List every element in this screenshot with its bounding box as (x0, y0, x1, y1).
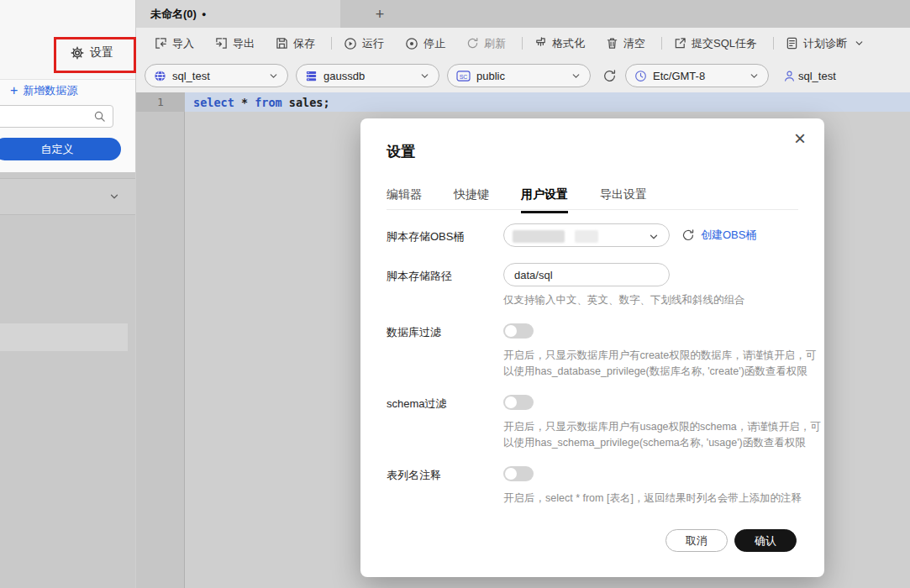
connection-value: sql_test (172, 70, 262, 82)
submit-sql-task-button[interactable]: 提交SQL任务 (674, 36, 757, 51)
datasource-search-box (0, 105, 113, 128)
unsaved-dot-icon: ● (202, 10, 206, 18)
schema-value: public (476, 70, 565, 82)
timezone-select[interactable]: Etc/GMT-8 (625, 64, 769, 87)
script-path-hint: 仅支持输入中文、英文、数字、下划线和斜线的组合 (503, 292, 824, 308)
plan-diagnosis-label: 计划诊断 (803, 36, 847, 51)
format-brush-icon (534, 37, 547, 50)
user-icon (783, 70, 796, 82)
toolbar-separator (522, 37, 523, 50)
toolbar-separator (773, 37, 774, 50)
refresh-icon (466, 37, 479, 50)
modal-title: 设置 (387, 142, 415, 161)
redacted-value (513, 230, 565, 243)
schema-filter-hint: 开启后，只显示数据库用户有usage权限的schema，请谨慎开启，可以使用ha… (503, 419, 824, 451)
database-connection-icon (154, 70, 166, 82)
chevron-down-icon (419, 71, 430, 81)
sidebar-header: 设置 (0, 0, 135, 80)
script-path-input[interactable] (503, 263, 670, 286)
col-comment-toggle[interactable] (503, 466, 534, 481)
schema-badge-icon: SC (456, 70, 471, 82)
refresh-label: 刷新 (484, 36, 506, 51)
editor-tab-strip: 未命名(0) ● + (136, 0, 910, 28)
export-icon (215, 37, 228, 50)
db-filter-toggle[interactable] (503, 323, 534, 339)
db-filter-label: 数据库过滤 (387, 323, 503, 340)
chevron-down-icon (268, 71, 279, 81)
cancel-button[interactable]: 取消 (665, 529, 728, 552)
database-value: gaussdb (323, 70, 413, 82)
clear-label: 清空 (623, 36, 645, 51)
connection-select[interactable]: sql_test (145, 64, 288, 87)
plan-diagnosis-button[interactable]: 计划诊断 (786, 36, 865, 51)
col-comment-row: 表列名注释 (387, 466, 534, 483)
schema-filter-label: schema过滤 (387, 395, 503, 412)
line-number-gutter (136, 92, 185, 588)
col-comment-hint: 开启后，select * from [表名]，返回结果时列名会带上添加的注释 (503, 491, 824, 507)
user-name: sql_test (798, 70, 836, 82)
clock-icon (634, 70, 647, 82)
search-input[interactable] (3, 106, 82, 127)
sidebar-dimmed-area (0, 172, 135, 588)
search-icon (93, 110, 106, 123)
toggle-knob (505, 468, 517, 480)
db-filter-row: 数据库过滤 (387, 323, 534, 340)
database-select[interactable]: gaussdb (296, 64, 439, 87)
refresh-button[interactable]: 刷新 (466, 36, 506, 51)
chevron-down-icon (854, 38, 865, 49)
gear-icon (71, 46, 84, 60)
col-comment-label: 表列名注释 (387, 466, 503, 483)
new-tab-button[interactable]: + (369, 3, 391, 25)
toolbar-separator (331, 37, 332, 50)
create-obs-bucket-link[interactable]: 创建OBS桶 (701, 228, 756, 243)
sidebar-list-item[interactable] (0, 323, 128, 351)
add-datasource-label: 新增数据源 (23, 83, 77, 98)
schema-select[interactable]: SC public (447, 64, 591, 87)
tab-label: 未命名(0) (150, 7, 197, 22)
confirm-button[interactable]: 确认 (734, 529, 797, 552)
refresh-buckets-icon[interactable] (681, 228, 695, 242)
editor-toolbar: 导入 导出 保存 运行 停止 (136, 28, 910, 59)
settings-label: 设置 (90, 45, 113, 60)
add-datasource-button[interactable]: + 新增数据源 (10, 83, 77, 98)
script-path-label: 脚本存储路径 (387, 263, 503, 286)
custom-tab-button[interactable]: 自定义 (0, 138, 121, 160)
refresh-schemas-button[interactable] (598, 65, 620, 87)
refresh-icon (602, 69, 617, 83)
obs-bucket-select[interactable] (503, 223, 670, 247)
tab-unnamed-0[interactable]: 未命名(0) ● (136, 0, 340, 28)
save-icon (276, 37, 288, 50)
toggle-knob (505, 396, 517, 408)
current-user-indicator: sql_test (783, 70, 836, 82)
save-label: 保存 (293, 36, 315, 51)
run-button[interactable]: 运行 (344, 36, 384, 51)
sidebar-section-header[interactable] (0, 178, 135, 215)
close-icon[interactable]: × (794, 129, 806, 149)
import-button[interactable]: 导入 (155, 36, 194, 51)
settings-modal: 设置 × 编辑器 快捷键 用户设置 导出设置 脚本存储OBS桶 创建OBS桶 脚… (360, 118, 824, 577)
tab-divider (387, 209, 798, 210)
save-button[interactable]: 保存 (276, 36, 315, 51)
format-button[interactable]: 格式化 (534, 36, 585, 51)
export-button[interactable]: 导出 (215, 36, 255, 51)
chevron-down-icon (648, 231, 660, 243)
left-sidebar: 设置 + 新增数据源 自定义 (0, 0, 136, 588)
obs-bucket-label: 脚本存储OBS桶 (387, 223, 503, 247)
chevron-down-icon (749, 71, 760, 81)
clear-button[interactable]: 清空 (606, 36, 645, 51)
trash-icon (606, 37, 618, 50)
stop-button[interactable]: 停止 (405, 36, 445, 51)
chevron-down-icon (108, 191, 120, 202)
script-path-row: 脚本存储路径 (387, 263, 670, 286)
redacted-value (575, 230, 598, 243)
obs-bucket-row: 脚本存储OBS桶 创建OBS桶 (387, 223, 756, 247)
stop-label: 停止 (423, 36, 445, 51)
run-icon (344, 37, 357, 50)
modal-footer: 取消 确认 (665, 529, 797, 552)
settings-button[interactable]: 设置 (71, 45, 113, 60)
plus-icon: + (10, 84, 18, 97)
format-label: 格式化 (552, 36, 585, 51)
schema-filter-toggle[interactable] (503, 395, 534, 410)
external-link-icon (674, 37, 686, 50)
svg-text:SC: SC (460, 73, 468, 79)
